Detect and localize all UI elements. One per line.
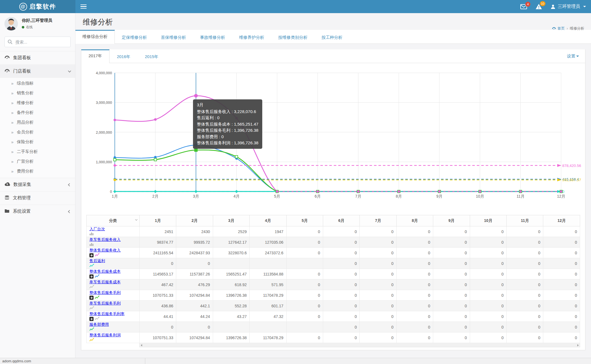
tab-6[interactable]: 按工种分析 [314, 30, 349, 44]
tab-3[interactable]: 事故维修分析 [193, 30, 232, 44]
table-cell: 0 [396, 322, 433, 332]
year-tab-0[interactable]: 2017年 [81, 49, 109, 63]
line-chart-icon[interactable] [95, 295, 99, 300]
table-cell: 0 [433, 311, 470, 322]
metric-link[interactable]: 整体售后服务利润 [89, 333, 121, 337]
metric-link[interactable]: 售后返利 [89, 258, 105, 263]
sidebar-link-2[interactable]: 数据采集 [0, 178, 75, 191]
table-cell: 1396726.38 [213, 290, 249, 301]
sidebar-toggle-button[interactable] [80, 0, 92, 13]
table-cell: 0 [433, 332, 470, 343]
tab-0[interactable]: 维修综合分析 [75, 30, 115, 44]
table-cell: 99935.72 [176, 237, 213, 248]
sidebar-subitem-label: 综合指标 [17, 81, 34, 86]
line-chart-icon[interactable] [89, 264, 94, 268]
metric-link[interactable]: 入厂台次 [89, 227, 105, 231]
year-tab-2[interactable]: 2015年 [138, 49, 166, 63]
table-cell [250, 322, 286, 332]
status-url: adom.qqdms.com [0, 358, 145, 364]
messages-button[interactable]: 4 [520, 4, 527, 9]
table-cell [213, 322, 249, 332]
folder-icon [4, 209, 9, 214]
table-cell: 0 [286, 269, 323, 279]
sidebar-subitem-9[interactable]: »费用分析 [0, 166, 75, 176]
sidebar-subitem-2[interactable]: »维修分析 [0, 98, 75, 108]
search-input[interactable] [4, 37, 71, 47]
tab-4[interactable]: 维修养护分析 [232, 30, 271, 44]
sidebar-subitem-3[interactable]: »备件分析 [0, 108, 75, 118]
table-row: 单车售后服务成本467.42476.29618.92571.9500000000 [87, 279, 580, 290]
line-chart-icon[interactable] [89, 327, 94, 332]
alerts-button[interactable]: 10 [535, 4, 542, 9]
scroll-left-arrow[interactable] [141, 344, 142, 346]
table-cell: 0 [433, 301, 470, 311]
line-chart-icon[interactable] [95, 317, 99, 321]
table-cell: 0 [470, 258, 506, 269]
tab-2[interactable]: 首保维修分析 [154, 30, 193, 44]
chevron-down-icon[interactable] [135, 218, 137, 221]
line-chart-icon[interactable] [89, 285, 94, 289]
year-tab-1[interactable]: 2016年 [109, 49, 137, 63]
metric-link[interactable]: 整体售后服务毛利 [89, 290, 121, 295]
svg-text:4月: 4月 [233, 194, 240, 198]
settings-dropdown[interactable]: 设置 [567, 54, 585, 59]
sidebar-subitem-1[interactable]: »销售分析 [0, 88, 75, 98]
table-cell: 1947 [250, 226, 286, 237]
table-cell: 0 [433, 269, 470, 279]
svg-text:10月: 10月 [476, 194, 484, 198]
sidebar-subitem-7[interactable]: »二手车分析 [0, 147, 75, 157]
metric-link[interactable]: 服务部费用 [89, 322, 109, 327]
sidebar-subitem-6[interactable]: »保险分析 [0, 137, 75, 147]
expand-plus-icon[interactable] [89, 274, 94, 279]
metric-link[interactable]: 整体售后服务成本 [89, 269, 121, 274]
bar-chart-icon[interactable] [89, 242, 94, 247]
sidebar-link-1[interactable]: 门店看板 [0, 65, 75, 78]
expand-plus-icon[interactable] [89, 317, 94, 321]
tab-5[interactable]: 按维修类别分析 [271, 30, 314, 44]
svg-text:11月: 11月 [516, 194, 525, 198]
sidebar-subitem-0[interactable]: »综合指标 [0, 78, 75, 88]
bar-chart-icon[interactable] [89, 232, 94, 236]
scroll-right-arrow[interactable] [577, 344, 579, 346]
sidebar-subitem-8[interactable]: »广宣分析 [0, 157, 75, 166]
metric-link[interactable]: 单车售后服务收入 [89, 237, 121, 242]
app-logo[interactable]: @ 启擎软件 [0, 0, 75, 13]
expand-plus-icon[interactable] [89, 296, 94, 300]
line-chart-icon[interactable] [95, 274, 99, 279]
table-cell: 0 [470, 290, 506, 301]
table-cell: 0 [543, 258, 580, 269]
table-cell: 467.42 [140, 279, 176, 290]
svg-text:5月: 5月 [274, 194, 280, 198]
expand-plus-icon[interactable] [89, 253, 94, 257]
svg-text:392,687.57: 392,687.57 [562, 178, 581, 182]
line-chart-icon[interactable] [95, 253, 99, 258]
metric-link[interactable]: 整体售后服务毛利率 [89, 312, 125, 316]
table-cell: 0 [286, 248, 323, 258]
line-chart-icon[interactable] [89, 338, 94, 343]
breadcrumb-home-link[interactable]: 首页 [552, 26, 565, 31]
column-header-category[interactable]: 分类 [87, 215, 140, 226]
metric-link[interactable]: 单车售后服务成本 [89, 280, 121, 284]
horizontal-scrollbar[interactable] [139, 343, 580, 347]
tab-1[interactable]: 定保维修分析 [115, 30, 154, 44]
column-header-month: 12月 [543, 215, 580, 226]
metric-link[interactable]: 单车售后服务毛利 [89, 301, 121, 305]
table-cell: 0 [470, 248, 506, 258]
sidebar-link-4[interactable]: 系统设置 [0, 205, 75, 218]
page-title: 维修分析 [83, 17, 584, 27]
table-cell: 0 [286, 332, 323, 343]
line-chart-icon[interactable] [89, 306, 94, 311]
metric-link[interactable]: 整体售后服务收入 [89, 248, 121, 252]
avatar [4, 17, 18, 30]
tooltip-title: 3月 [197, 102, 258, 108]
column-header-month: 10月 [470, 215, 506, 226]
table-cell: 2473372.6 [250, 248, 286, 258]
sidebar-link-3[interactable]: 文档管理 [0, 191, 75, 205]
user-menu-button[interactable]: 三环管理员 [551, 4, 586, 9]
sidebar-link-0[interactable]: 集团看板 [0, 51, 75, 64]
sidebar-subitem-4[interactable]: »用品分析 [0, 118, 75, 127]
table-cell: 0 [470, 237, 506, 248]
sidebar-subitem-5[interactable]: »会员分析 [0, 127, 75, 137]
double-angle-icon: » [11, 91, 13, 95]
table-cell: 0 [323, 290, 360, 301]
